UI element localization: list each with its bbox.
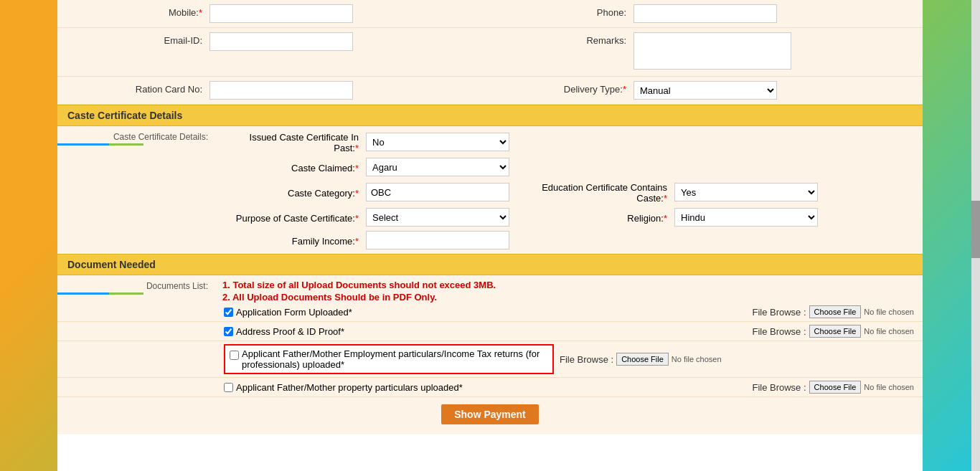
mobile-label: Mobile:*	[66, 4, 209, 18]
choose-file-btn-1[interactable]: Choose File	[809, 305, 862, 318]
phone-input-col	[633, 4, 914, 23]
caste-section-header: Caste Certificate Details	[57, 105, 923, 126]
mobile-input-col	[209, 4, 490, 23]
purpose-religion-row: Purpose of Caste Certificate:* Select Re…	[222, 208, 923, 227]
no-file-chosen-3: No file chosen	[672, 355, 722, 363]
phone-col: Phone:	[490, 4, 914, 23]
no-file-chosen-1: No file chosen	[864, 308, 914, 316]
doc-section-header: Document Needed	[57, 254, 923, 275]
email-input-col	[209, 32, 490, 51]
issued-caste-select[interactable]: No Yes	[366, 133, 509, 151]
issued-caste-label: Issued Caste Certificate In Past:*	[222, 130, 366, 153]
doc-label-text-4: Applicant Father/Mother property particu…	[236, 382, 463, 393]
mobile-phone-row: Mobile:* Phone:	[57, 0, 923, 28]
doc-underline	[57, 292, 143, 295]
phone-input[interactable]	[633, 4, 777, 23]
scrollbar-thumb[interactable]	[971, 201, 980, 258]
caste-subsection-label: Caste Certificate Details:	[57, 126, 215, 254]
remarks-label: Remarks:	[490, 32, 633, 46]
ration-delivery-row: Ration Card No: Delivery Type:* Manual O…	[57, 77, 923, 105]
purpose-label: Purpose of Caste Certificate:*	[222, 211, 366, 224]
doc-checkbox-2[interactable]	[224, 327, 233, 336]
caste-underline	[57, 143, 143, 146]
family-income-row: Family Income:*	[222, 231, 923, 249]
doc-row-3: Applicant Father/Mother Employment parti…	[57, 341, 923, 378]
issued-caste-inline: Issued Caste Certificate In Past:* No Ye…	[215, 126, 923, 254]
remarks-col: Remarks:	[490, 32, 914, 72]
issued-caste-row: Issued Caste Certificate In Past:* No Ye…	[222, 130, 923, 153]
doc-subsection-row: Documents List: 1. Total size of all Upl…	[57, 275, 923, 303]
ration-input[interactable]	[209, 81, 353, 100]
doc-highlight-box-3: Applicant Father/Mother Employment parti…	[224, 344, 554, 374]
show-payment-button[interactable]: Show Payment	[441, 404, 539, 424]
remarks-input-col	[633, 32, 914, 72]
edu-cert-label: Education Certificate Contains Caste:*	[509, 181, 674, 204]
doc-checkbox-label-2[interactable]: Address Proof & ID Proof*	[224, 326, 746, 337]
scrollbar[interactable]	[971, 0, 980, 471]
no-file-chosen-4: No file chosen	[864, 383, 914, 391]
email-label: Email-ID:	[66, 32, 209, 46]
doc-checkbox-label-3[interactable]: Applicant Father/Mother Employment parti…	[230, 348, 548, 370]
caste-claimed-label: Caste Claimed:*	[222, 161, 366, 173]
email-col: Email-ID:	[66, 32, 490, 51]
show-payment-row: Show Payment	[57, 397, 923, 434]
doc-row-2: Address Proof & ID Proof* File Browse : …	[57, 322, 923, 341]
family-income-label: Family Income:*	[222, 234, 366, 247]
file-browse-label-2: File Browse :	[752, 326, 806, 337]
doc-info-1: 1. Total size of all Upload Documents sh…	[222, 280, 923, 290]
file-browse-3: File Browse : Choose File No file chosen	[560, 353, 722, 366]
doc-row-1: Application Form Uploaded* File Browse :…	[57, 303, 923, 322]
doc-checkbox-label-1[interactable]: Application Form Uploaded*	[224, 307, 746, 318]
doc-info-col: 1. Total size of all Upload Documents sh…	[215, 275, 923, 303]
email-remarks-row: Email-ID: Remarks:	[57, 28, 923, 77]
remarks-input[interactable]	[633, 32, 791, 70]
family-income-input[interactable]	[366, 231, 509, 249]
doc-info-2: 2. All Upload Documents Should be in PDF…	[222, 292, 923, 303]
ration-input-col	[209, 81, 490, 100]
file-browse-2: File Browse : Choose File No file chosen	[752, 325, 914, 338]
main-form: Mobile:* Phone: Email-ID: Remarks:	[57, 0, 923, 471]
no-file-chosen-2: No file chosen	[864, 327, 914, 336]
doc-content-3: Applicant Father/Mother Employment parti…	[224, 344, 914, 374]
doc-row-4: Applicant Father/Mother property particu…	[57, 378, 923, 397]
doc-label-text-2: Address Proof & ID Proof*	[236, 326, 344, 337]
file-browse-1: File Browse : Choose File No file chosen	[752, 305, 914, 318]
file-browse-4: File Browse : Choose File No file chosen	[752, 381, 914, 394]
caste-category-label: Caste Category:*	[222, 186, 366, 199]
ration-label: Ration Card No:	[66, 81, 209, 95]
doc-content-1: Application Form Uploaded* File Browse :…	[224, 305, 914, 318]
file-browse-label-3: File Browse :	[560, 354, 613, 365]
choose-file-btn-3[interactable]: Choose File	[616, 353, 669, 366]
mobile-input[interactable]	[209, 4, 353, 23]
ration-col: Ration Card No:	[66, 81, 490, 100]
purpose-select[interactable]: Select	[366, 208, 509, 227]
doc-label-text-1: Application Form Uploaded*	[236, 307, 352, 318]
caste-category-input[interactable]	[366, 183, 509, 201]
doc-checkbox-3[interactable]	[230, 351, 239, 360]
edu-cert-select[interactable]: Yes No	[674, 183, 818, 201]
choose-file-btn-4[interactable]: Choose File	[809, 381, 862, 394]
doc-checkbox-label-4[interactable]: Applicant Father/Mother property particu…	[224, 382, 746, 393]
caste-claimed-select[interactable]: Agaru	[366, 158, 509, 176]
doc-checkbox-1[interactable]	[224, 308, 233, 317]
phone-label: Phone:	[490, 4, 633, 18]
mobile-col: Mobile:*	[66, 4, 490, 23]
religion-label: Religion:*	[509, 211, 674, 224]
doc-list-label-col: Documents List:	[57, 275, 215, 303]
delivery-type-select[interactable]: Manual Online	[633, 81, 777, 100]
file-browse-label-4: File Browse :	[752, 382, 806, 393]
delivery-col: Delivery Type:* Manual Online	[490, 81, 914, 100]
religion-select[interactable]: Hindu Muslim Christian Other	[674, 208, 818, 227]
delivery-label: Delivery Type:*	[490, 81, 633, 95]
doc-label-text-3: Applicant Father/Mother Employment parti…	[242, 348, 548, 370]
email-input[interactable]	[209, 32, 353, 51]
choose-file-btn-2[interactable]: Choose File	[809, 325, 862, 338]
doc-content-2: Address Proof & ID Proof* File Browse : …	[224, 325, 914, 338]
delivery-input-col: Manual Online	[633, 81, 914, 100]
caste-subsection-label-row: Caste Certificate Details: Issued Caste …	[57, 126, 923, 254]
caste-claimed-row: Caste Claimed:* Agaru	[222, 158, 923, 176]
doc-content-4: Applicant Father/Mother property particu…	[224, 381, 914, 394]
file-browse-label-1: File Browse :	[752, 307, 806, 318]
caste-category-edu-row: Caste Category:* Education Certificate C…	[222, 181, 923, 204]
doc-checkbox-4[interactable]	[224, 383, 233, 392]
